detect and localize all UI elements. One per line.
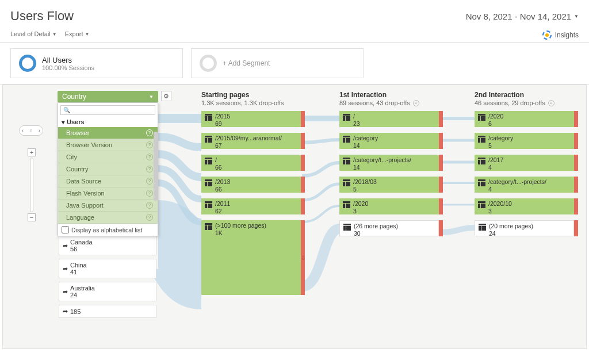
flow-node[interactable]: /2020/103 (475, 198, 578, 214)
zoom-in-button[interactable]: + (28, 148, 36, 156)
country-node[interactable]: ➦Australia24 (59, 282, 156, 301)
country-text: Canada56 (70, 239, 93, 252)
segment-circle-icon (200, 55, 217, 72)
flow-node[interactable]: /2018/035 (339, 177, 443, 193)
page-icon (205, 158, 212, 164)
flow-node[interactable]: /23 (339, 111, 443, 127)
svg-rect-5 (208, 138, 212, 143)
svg-rect-39 (478, 136, 485, 137)
dimension-settings-button[interactable]: ⚙ (161, 91, 171, 101)
help-icon[interactable]: ? (146, 154, 153, 160)
dimension-option-label: Data Source (66, 178, 101, 185)
export-menu[interactable]: Export ▼ (65, 30, 90, 37)
dimension-option[interactable]: Flash Version? (58, 187, 158, 200)
column-title-first: 1st Interaction (339, 91, 443, 99)
dimension-option[interactable]: Java Support? (58, 200, 158, 212)
page-icon (343, 201, 350, 208)
caret-down-icon: ▼ (52, 32, 57, 37)
node-text: (>100 more pages)1K (215, 222, 266, 236)
flow-node[interactable]: /201366 (201, 177, 305, 193)
level-of-detail-menu[interactable]: Level of Detail ▼ (10, 30, 57, 37)
home-icon[interactable]: ⌂ (29, 128, 32, 133)
page-icon (205, 223, 212, 230)
help-icon[interactable]: ? (146, 178, 153, 185)
flow-node[interactable]: /category5 (475, 133, 578, 149)
dimension-dropdown-header[interactable]: Country ▼ (58, 91, 158, 102)
alphabetical-toggle[interactable]: Display as alphabetical list (58, 224, 158, 236)
svg-rect-8 (208, 160, 212, 164)
gear-icon: ⚙ (163, 93, 169, 100)
add-segment-label: + Add Segment (223, 59, 270, 67)
svg-rect-2 (208, 116, 212, 121)
flow-node[interactable]: (20 more pages)24 (475, 220, 578, 236)
country-text: Australia24 (70, 285, 95, 298)
flow-node[interactable]: /category14 (339, 133, 443, 149)
flow-node[interactable]: /2015/09/my...aranormal/67 (201, 133, 305, 149)
chevron-left-icon[interactable]: ‹ (22, 128, 24, 133)
zoom-slider[interactable] (30, 158, 33, 212)
date-range-picker[interactable]: Nov 8, 2021 - Nov 14, 2021 ▼ (466, 12, 579, 21)
add-segment-button[interactable]: + Add Segment (191, 48, 364, 78)
flow-node[interactable]: (>100 more pages)1K⇩ (201, 220, 305, 295)
dimension-option[interactable]: Language? (58, 212, 158, 224)
flow-node[interactable]: /20203 (339, 198, 443, 214)
dimension-search-input[interactable]: 🔍 (60, 105, 155, 115)
remove-column-button[interactable]: × (413, 100, 419, 106)
flow-node[interactable]: /category/t...-projects/14 (339, 155, 443, 171)
svg-rect-16 (205, 225, 207, 230)
country-node[interactable]: ➦185 (59, 305, 156, 318)
svg-rect-52 (479, 226, 481, 231)
dimension-dropdown[interactable]: Country ▼ ⚙ 🔍 ▾ Users Browser?Browser Ve… (58, 91, 158, 236)
insights-button[interactable]: Insights (542, 30, 579, 40)
svg-rect-50 (481, 204, 485, 208)
dimension-section-users[interactable]: ▾ Users (58, 117, 158, 127)
help-icon[interactable]: ? (146, 166, 153, 173)
node-text: /66 (215, 156, 222, 171)
dropoff-bar (439, 177, 443, 193)
help-icon[interactable]: ? (146, 190, 153, 197)
dimension-option[interactable]: Browser Version? (58, 139, 158, 151)
alphabetical-checkbox[interactable] (62, 226, 69, 233)
flow-node[interactable]: /category/t...-projects/4 (475, 177, 578, 193)
flow-canvas[interactable]: ‹ ⌂ › + − Country ▼ ⚙ 🔍 ▾ Users Browser?… (2, 85, 587, 349)
country-node[interactable]: ➦Canada56 (59, 236, 156, 255)
node-text: /category/t...-projects/14 (353, 156, 411, 171)
dropoff-bar (301, 198, 305, 214)
node-text: /201366 (215, 178, 230, 193)
svg-rect-47 (481, 182, 485, 186)
chevron-right-icon[interactable]: › (39, 128, 40, 133)
nav-home-control[interactable]: ‹ ⌂ › (19, 125, 43, 136)
flow-node[interactable]: /20174 (475, 155, 578, 171)
page-icon (478, 158, 485, 164)
page-icon (478, 201, 485, 208)
svg-rect-38 (481, 116, 485, 121)
dimension-option[interactable]: City? (58, 151, 158, 163)
dimension-option[interactable]: Country? (58, 163, 158, 175)
country-node[interactable]: ➦China41 (59, 259, 156, 278)
remove-column-button[interactable]: × (548, 100, 554, 106)
flow-node[interactable]: /201162 (201, 198, 305, 214)
help-icon[interactable]: ? (146, 214, 153, 221)
svg-rect-22 (343, 138, 345, 143)
segment-all-users[interactable]: All Users 100.00% Sessions (10, 48, 183, 78)
svg-rect-6 (205, 158, 212, 159)
flow-node[interactable]: (26 more pages)30 (339, 220, 443, 236)
help-icon[interactable]: ? (146, 129, 153, 136)
help-icon[interactable]: ? (146, 202, 153, 209)
caret-down-icon: ▼ (574, 14, 579, 19)
flow-node[interactable]: /201569 (201, 111, 305, 127)
flow-node[interactable]: /20206 (475, 111, 578, 127)
dimension-option[interactable]: Data Source? (58, 175, 158, 187)
flow-node[interactable]: /66 (201, 155, 305, 171)
dropoff-bar (574, 133, 578, 149)
dimension-selected-label: Country (62, 93, 86, 101)
zoom-out-button[interactable]: − (28, 213, 36, 221)
dimension-option[interactable]: Browser? (58, 127, 158, 139)
node-text: /2015/09/my...aranormal/67 (215, 135, 282, 149)
svg-rect-35 (346, 226, 351, 231)
svg-rect-45 (478, 179, 485, 181)
dropdown-scrollbar[interactable] (154, 132, 158, 201)
dropoff-bar: ⇩ (301, 220, 305, 295)
help-icon[interactable]: ? (146, 141, 153, 148)
svg-rect-28 (343, 182, 345, 186)
